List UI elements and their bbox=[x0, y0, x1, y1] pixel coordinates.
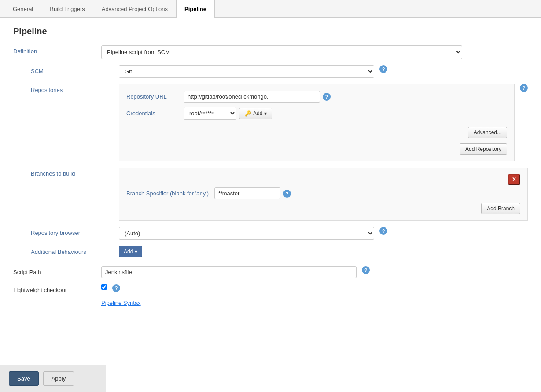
add-branch-row: Add Branch bbox=[126, 203, 520, 214]
add-credentials-button[interactable]: 🔑 Add ▾ bbox=[239, 108, 272, 119]
scm-row: SCM None Git ? bbox=[31, 65, 528, 78]
scm-select[interactable]: None Git bbox=[119, 65, 374, 78]
branch-specifier-input[interactable] bbox=[214, 187, 280, 199]
page-title: Pipeline bbox=[13, 26, 528, 37]
tab-advanced-project-options[interactable]: Advanced Project Options bbox=[93, 0, 176, 18]
additional-behaviours-label: Additional Behaviours bbox=[31, 246, 119, 255]
save-button[interactable]: Save bbox=[9, 371, 39, 386]
repo-url-row: Repository URL ? bbox=[126, 91, 507, 103]
branches-label: Branches to build bbox=[31, 168, 119, 177]
branches-row: Branches to build X Branch Specifier (bl… bbox=[31, 168, 528, 221]
repo-buttons-row: Advanced... Add Repository bbox=[126, 124, 507, 155]
branches-box: X Branch Specifier (blank for 'any') ? A… bbox=[119, 168, 528, 221]
definition-row: Definition Pipeline script Pipeline scri… bbox=[13, 45, 528, 59]
repo-browser-row: Repository browser (Auto) ? bbox=[31, 227, 528, 240]
repo-url-help-icon[interactable]: ? bbox=[323, 93, 331, 101]
tab-build-triggers[interactable]: Build Triggers bbox=[41, 0, 93, 18]
lightweight-checkout-row: Lightweight checkout ? bbox=[13, 284, 528, 293]
repo-url-input[interactable] bbox=[184, 91, 320, 103]
add-repository-button[interactable]: Add Repository bbox=[460, 143, 507, 155]
lightweight-checkout-wrap: ? bbox=[101, 284, 528, 292]
tab-general[interactable]: General bbox=[4, 0, 41, 18]
add-branch-button[interactable]: Add Branch bbox=[481, 203, 520, 214]
tab-pipeline[interactable]: Pipeline bbox=[176, 0, 215, 18]
repo-browser-label: Repository browser bbox=[31, 227, 119, 236]
repo-url-label: Repository URL bbox=[126, 93, 184, 100]
repositories-label: Repositories bbox=[31, 84, 119, 93]
script-path-help-icon[interactable]: ? bbox=[362, 266, 370, 274]
lightweight-checkout-checkbox[interactable] bbox=[101, 284, 107, 290]
bottom-bar: Save Apply bbox=[0, 365, 106, 392]
credentials-row: Credentials - none - root/****** 🔑 Add ▾ bbox=[126, 107, 507, 120]
pipeline-page: Pipeline Definition Pipeline script Pipe… bbox=[0, 18, 541, 392]
repo-browser-help-icon[interactable]: ? bbox=[379, 227, 387, 235]
repo-browser-wrap: (Auto) ? bbox=[119, 227, 528, 240]
advanced-button[interactable]: Advanced... bbox=[468, 127, 507, 138]
script-path-input[interactable] bbox=[101, 266, 357, 278]
script-path-row: Script Path ? bbox=[13, 266, 528, 278]
key-icon: 🔑 bbox=[245, 110, 251, 117]
scm-label: SCM bbox=[31, 65, 119, 74]
branch-specifier-help-icon[interactable]: ? bbox=[283, 190, 291, 198]
definition-label: Definition bbox=[13, 45, 101, 55]
scm-wrap: None Git ? bbox=[119, 65, 528, 78]
branches-wrap: X Branch Specifier (blank for 'any') ? A… bbox=[119, 168, 528, 221]
repositories-box: Repository URL ? Credentials - none - ro… bbox=[119, 84, 515, 161]
definition-select[interactable]: Pipeline script Pipeline script from SCM bbox=[101, 45, 462, 59]
add-behaviour-label: Add bbox=[124, 249, 133, 255]
credentials-label: Credentials bbox=[126, 110, 184, 117]
repo-browser-select[interactable]: (Auto) bbox=[119, 227, 374, 240]
remove-branch-button[interactable]: X bbox=[508, 174, 520, 185]
repositories-help-icon[interactable]: ? bbox=[520, 84, 528, 92]
pipeline-syntax-link[interactable]: Pipeline Syntax bbox=[101, 300, 141, 306]
tabs-bar: General Build Triggers Advanced Project … bbox=[0, 0, 541, 18]
additional-behaviours-row: Additional Behaviours Add ▾ bbox=[31, 246, 528, 257]
lightweight-checkout-help-icon[interactable]: ? bbox=[112, 284, 120, 292]
add-behaviour-button[interactable]: Add ▾ bbox=[119, 246, 142, 257]
repositories-wrap: Repository URL ? Credentials - none - ro… bbox=[119, 84, 528, 161]
script-path-wrap: ? bbox=[101, 266, 528, 278]
branch-remove-header: X bbox=[126, 174, 520, 185]
scm-help-icon[interactable]: ? bbox=[379, 65, 387, 73]
script-path-label: Script Path bbox=[13, 266, 101, 275]
lightweight-checkout-label: Lightweight checkout bbox=[13, 284, 101, 293]
definition-wrap: Pipeline script Pipeline script from SCM bbox=[101, 45, 528, 59]
credentials-select[interactable]: - none - root/****** bbox=[184, 107, 236, 120]
add-behaviour-arrow: ▾ bbox=[135, 249, 137, 255]
branch-specifier-label: Branch Specifier (blank for 'any') bbox=[126, 190, 214, 197]
additional-behaviours-wrap: Add ▾ bbox=[119, 246, 528, 257]
branch-specifier-row: Branch Specifier (blank for 'any') ? bbox=[126, 187, 520, 199]
apply-button[interactable]: Apply bbox=[43, 371, 74, 386]
pipeline-syntax-row: Pipeline Syntax bbox=[101, 300, 528, 306]
repositories-row: Repositories Repository URL ? Credential… bbox=[31, 84, 528, 161]
add-cred-dropdown-arrow: ▾ bbox=[264, 110, 267, 117]
lightweight-checkbox-row bbox=[101, 284, 107, 290]
